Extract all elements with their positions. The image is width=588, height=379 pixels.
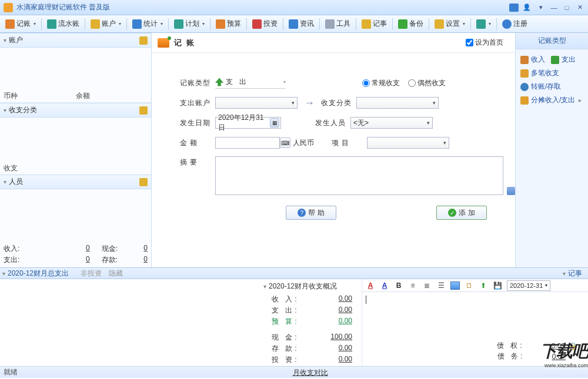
save-icon[interactable]: 💾 bbox=[493, 281, 502, 290]
summary-expense-value[interactable]: 0 bbox=[55, 255, 90, 265]
stat-deposit[interactable]: 0.00 bbox=[307, 344, 357, 354]
type-income[interactable]: 收入 bbox=[520, 53, 545, 66]
category-action-icon[interactable] bbox=[139, 106, 148, 115]
align-center-icon[interactable]: ≣ bbox=[422, 281, 432, 290]
collapse-icon[interactable]: ▾ bbox=[4, 179, 6, 185]
type-expense[interactable]: 支出 bbox=[551, 53, 576, 66]
collapse-icon[interactable]: ▾ bbox=[263, 283, 266, 290]
minimize-button[interactable]: — bbox=[549, 4, 559, 12]
user-icon[interactable]: 👤 bbox=[522, 4, 532, 12]
collapse-icon[interactable]: ▾ bbox=[4, 107, 6, 113]
check-circle-icon: ✓ bbox=[448, 209, 456, 217]
person-action-icon[interactable] bbox=[139, 178, 148, 186]
toolbar-accounts[interactable]: 账户▾ bbox=[88, 18, 124, 30]
summary-income-row: 收入: 0 现金: 0 bbox=[0, 243, 151, 254]
toolbar-plan[interactable]: 计划▾ bbox=[171, 18, 208, 30]
font-color-red-icon[interactable]: A bbox=[366, 281, 375, 290]
stat-cash[interactable]: 100.00 bbox=[307, 333, 357, 343]
maximize-button[interactable]: □ bbox=[562, 4, 572, 12]
date-input[interactable]: 2020年12月31日 ▦ bbox=[215, 117, 281, 129]
compare-link[interactable]: 月收支对比 bbox=[263, 368, 357, 378]
toolbar-notes[interactable]: 记事 bbox=[359, 18, 390, 30]
record-page-icon bbox=[158, 38, 169, 48]
toolbar-more[interactable]: ▾ bbox=[473, 18, 494, 30]
person-combo[interactable]: <无>▾ bbox=[350, 117, 433, 129]
stat-income[interactable]: 0.00 bbox=[307, 294, 357, 304]
editor-textarea[interactable]: 债 权: 0.00 🔒 债 务: 0.00 bbox=[362, 292, 588, 366]
toolbar-journal[interactable]: 流水账 bbox=[44, 18, 82, 30]
stat-receivable[interactable]: 0.00 bbox=[530, 342, 565, 350]
list-icon[interactable]: ☰ bbox=[436, 281, 446, 290]
text-cursor bbox=[366, 296, 366, 304]
radio-normal[interactable]: 常规收支 bbox=[362, 78, 400, 88]
summary-cash-value[interactable]: 0 bbox=[125, 244, 148, 254]
category-body bbox=[0, 118, 151, 162]
toolbar-budget[interactable]: 预算 bbox=[213, 18, 244, 30]
tab-noninvest[interactable]: 非投资 bbox=[81, 269, 102, 279]
journal-date-picker[interactable]: 2020-12-31▾ bbox=[507, 280, 550, 291]
align-left-icon[interactable]: ≡ bbox=[408, 281, 417, 290]
stat-budget[interactable]: 0.00 bbox=[307, 317, 357, 327]
homepage-input[interactable] bbox=[466, 39, 473, 46]
toolbar-tools[interactable]: 工具 bbox=[322, 18, 353, 30]
category-header[interactable]: ▾ 收支分类 bbox=[0, 103, 151, 118]
toolbar-invest[interactable]: 投资 bbox=[249, 18, 280, 30]
toolbar-backup[interactable]: 备份 bbox=[395, 18, 426, 30]
news-icon bbox=[289, 19, 298, 29]
help-icon bbox=[502, 19, 512, 29]
upload-icon[interactable]: ⬆ bbox=[479, 281, 488, 290]
toolbar-record[interactable]: 记账▾ bbox=[2, 18, 39, 30]
stat-payable[interactable]: 0.00 bbox=[530, 353, 566, 361]
summary-deposit-value[interactable]: 0 bbox=[125, 255, 148, 265]
collapse-icon[interactable]: ▾ bbox=[563, 270, 566, 277]
amount-input[interactable] bbox=[215, 137, 280, 149]
category-combo[interactable]: ▾ bbox=[356, 97, 439, 109]
font-color-blue-icon[interactable]: A bbox=[380, 281, 389, 290]
label-summary: 摘 要 bbox=[180, 156, 215, 167]
account-combo[interactable]: ▾ bbox=[215, 97, 298, 109]
summary-textarea[interactable] bbox=[215, 156, 503, 195]
budget-icon bbox=[216, 19, 225, 29]
tab-hidden[interactable]: 隐藏 bbox=[109, 269, 123, 279]
user-drop-icon[interactable]: ▾ bbox=[536, 4, 546, 12]
toolbar-news[interactable]: 资讯 bbox=[286, 18, 317, 30]
chevron-down-icon: ▾ bbox=[427, 120, 430, 126]
radio-accidental[interactable]: 偶然收支 bbox=[408, 78, 446, 88]
type-multi[interactable]: 多笔收支 bbox=[520, 66, 583, 80]
accounts-action-icon[interactable] bbox=[139, 36, 148, 45]
collapse-icon[interactable]: ▾ bbox=[4, 37, 6, 43]
stat-expense[interactable]: 0.00 bbox=[307, 306, 357, 316]
invest-icon bbox=[252, 19, 262, 29]
summary-income-value[interactable]: 0 bbox=[55, 244, 90, 254]
type-selector[interactable]: 支 出 ▾ bbox=[215, 77, 286, 89]
browse-icon[interactable]: 🗋 bbox=[465, 281, 474, 290]
month-overview: ▾2020-12财月收支概况 收 入:0.00 支 出:0.00 预 算:0.0… bbox=[259, 279, 362, 366]
image-icon[interactable] bbox=[450, 281, 460, 290]
add-button[interactable]: ✓ 添 加 bbox=[436, 206, 487, 220]
syswin-icon[interactable] bbox=[509, 4, 519, 12]
type-split[interactable]: 分摊收入/支出▸ bbox=[520, 93, 583, 107]
accounts-header[interactable]: ▾ 账户 bbox=[0, 33, 151, 48]
edit-icon[interactable] bbox=[507, 187, 515, 195]
toolbar-stats[interactable]: 统计▾ bbox=[129, 18, 166, 30]
type-transfer[interactable]: 转账/存取 bbox=[520, 80, 583, 93]
toolbar-register[interactable]: 注册 bbox=[499, 18, 530, 30]
person-header[interactable]: ▾ 人员 bbox=[0, 175, 151, 189]
collapse-icon[interactable]: ▾ bbox=[2, 270, 5, 277]
close-button[interactable]: ✕ bbox=[575, 4, 584, 12]
journal-link[interactable]: 记事 bbox=[568, 269, 582, 279]
window-controls: 👤 ▾ — □ ✕ bbox=[509, 4, 584, 12]
bold-icon[interactable]: B bbox=[394, 281, 403, 290]
help-button[interactable]: ? 帮 助 bbox=[286, 206, 336, 220]
chevron-down-icon: ▾ bbox=[463, 21, 465, 26]
stat-invest[interactable]: 0.00 bbox=[307, 355, 357, 365]
chevron-down-icon: ▾ bbox=[443, 140, 446, 146]
toolbar-settings[interactable]: 设置▾ bbox=[432, 18, 468, 30]
calendar-icon[interactable]: ▦ bbox=[270, 118, 279, 128]
income-icon bbox=[520, 56, 529, 64]
editor-toolbar: A A B ≡ ≣ ☰ 🗋 ⬆ 💾 2020-12-31▾ bbox=[362, 279, 588, 292]
set-homepage-checkbox[interactable]: 设为首页 bbox=[466, 38, 503, 48]
project-combo[interactable]: ▾ bbox=[367, 137, 449, 149]
calculator-icon[interactable]: ⌨ bbox=[280, 137, 290, 148]
lock-icon[interactable]: 🔒 bbox=[569, 342, 577, 350]
